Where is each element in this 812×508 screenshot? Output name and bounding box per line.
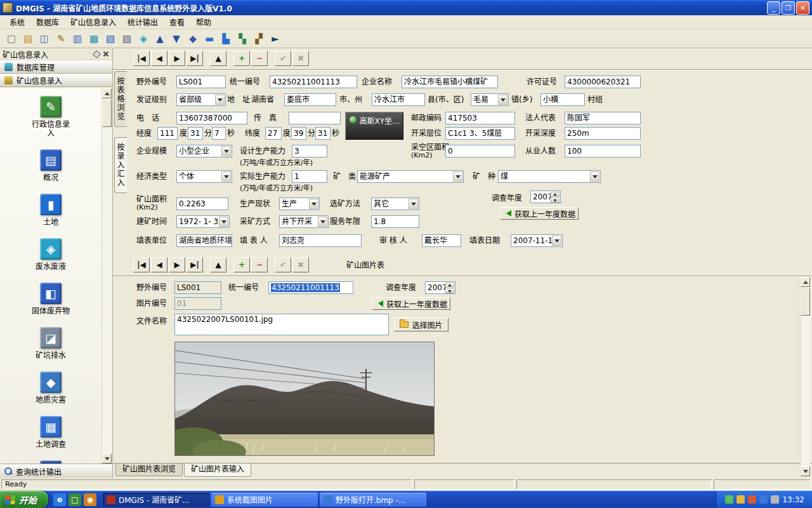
production-status-select[interactable]: 生产 bbox=[279, 197, 320, 210]
pick-image-button[interactable]: 选择图片 bbox=[394, 318, 449, 331]
cert-level-select[interactable]: 省部级 bbox=[176, 93, 226, 106]
post-edit-button[interactable]: ✔ bbox=[275, 257, 291, 272]
last-record-button[interactable]: ▶| bbox=[187, 257, 203, 272]
menu-item[interactable]: 统计输出 bbox=[122, 15, 164, 29]
unified-no-input[interactable]: 43250211001113 bbox=[270, 76, 357, 88]
beneficiation-select[interactable]: 其它 bbox=[371, 197, 419, 210]
town-select[interactable]: 毛易 bbox=[471, 93, 509, 106]
auditor-input[interactable]: 戴长华 bbox=[422, 234, 461, 247]
prior-record-button[interactable]: ◀ bbox=[151, 51, 167, 66]
field-no-input[interactable]: LS001 bbox=[176, 76, 226, 88]
dropdown-arrow-icon[interactable] bbox=[409, 199, 418, 209]
close-panel-icon[interactable] bbox=[102, 50, 110, 58]
tab-picture-entry[interactable]: 矿山图片表输入 bbox=[184, 464, 251, 477]
tray-network-icon[interactable] bbox=[725, 495, 733, 504]
picture-scrollbar[interactable] bbox=[800, 277, 811, 476]
menu-item[interactable]: 数据库 bbox=[30, 15, 65, 29]
get-previous-year-button[interactable]: 获取上一年度数据 bbox=[500, 207, 579, 220]
sidebar-group-mine-entry[interactable]: 矿山信息录入 bbox=[0, 74, 112, 87]
sidebar-item-overview[interactable]: ▤ 概况 bbox=[40, 149, 62, 182]
sidebar-item-wastewater[interactable]: ◈ 废水废液 bbox=[36, 238, 66, 271]
delete-record-button[interactable]: − bbox=[251, 51, 268, 66]
mine-class-select[interactable]: 能源矿产 bbox=[357, 170, 464, 183]
mining-depth-input[interactable]: 250m bbox=[565, 127, 641, 140]
last-record-button[interactable]: ▶| bbox=[187, 51, 203, 66]
legal-rep-input[interactable]: 陈国军 bbox=[565, 112, 641, 124]
build-time-select[interactable]: 1972- 1- 3 bbox=[176, 215, 230, 228]
spinner-up-icon[interactable] bbox=[445, 283, 454, 288]
scroll-down-icon[interactable] bbox=[801, 466, 810, 476]
quicklaunch-media-icon[interactable]: ◉ bbox=[84, 493, 96, 506]
sidebar-item-land-survey[interactable]: ▦ 土地调查 bbox=[36, 416, 66, 449]
dropdown-arrow-icon[interactable] bbox=[221, 146, 231, 156]
vertical-tab-table-browse[interactable]: 按表格浏览 bbox=[114, 71, 127, 127]
pic-get-previous-year-button[interactable]: 获取上一年度数据 bbox=[372, 297, 450, 310]
ruler-icon[interactable]: ▬ bbox=[202, 31, 217, 46]
scroll-up-icon[interactable] bbox=[801, 277, 810, 287]
spinner-down-icon[interactable] bbox=[445, 288, 454, 293]
phone-input[interactable]: 13607387000 bbox=[176, 112, 247, 124]
scroll-up-icon[interactable] bbox=[102, 88, 112, 98]
menu-item[interactable]: 查看 bbox=[164, 15, 190, 29]
edit-pencil-icon[interactable]: ✎ bbox=[53, 31, 69, 46]
pic-image-no-input[interactable]: 01 bbox=[174, 297, 221, 310]
maximize-button[interactable]: ❐ bbox=[782, 1, 795, 15]
lon-sec-input[interactable]: 7 bbox=[212, 127, 226, 140]
diamond-icon[interactable]: ◈ bbox=[136, 31, 151, 46]
lat-deg-input[interactable]: 27 bbox=[265, 127, 282, 140]
dropdown-arrow-icon[interactable] bbox=[552, 236, 561, 246]
edit-record-button[interactable]: ▲ bbox=[210, 51, 226, 66]
economic-type-select[interactable]: 个体 bbox=[176, 170, 232, 183]
map-icon[interactable]: ▞ bbox=[251, 31, 266, 46]
sidebar-item-geo-hazard[interactable]: ◆ 地质灾害 bbox=[36, 371, 66, 404]
cancel-edit-button[interactable]: ✖ bbox=[292, 257, 309, 272]
cancel-edit-button[interactable]: ✖ bbox=[292, 51, 309, 66]
license-input[interactable]: 4300000620321 bbox=[565, 76, 641, 88]
database-icon[interactable]: ▥ bbox=[70, 31, 85, 46]
lat-sec-input[interactable]: 31 bbox=[315, 127, 331, 140]
next-record-button[interactable]: ▶ bbox=[169, 257, 185, 272]
post-edit-button[interactable]: ✔ bbox=[275, 51, 291, 66]
close-button[interactable]: ✕ bbox=[796, 1, 809, 15]
mining-layer-input[interactable]: C1c1 3、5煤层 bbox=[445, 127, 515, 140]
spinner-up-icon[interactable] bbox=[551, 192, 560, 197]
sidebar-group-database[interactable]: 数据库管理 bbox=[0, 60, 112, 74]
tray-volume-icon[interactable] bbox=[759, 495, 768, 504]
mining-method-select[interactable]: 井下开采 bbox=[279, 215, 329, 228]
dropdown-arrow-icon[interactable] bbox=[590, 171, 599, 182]
goaf-area-input[interactable]: 0 bbox=[445, 145, 515, 157]
survey-year-spinner[interactable]: 2007 bbox=[530, 190, 561, 203]
actual-capacity-input[interactable]: 1 bbox=[292, 170, 327, 183]
taskbar-task-dmgis[interactable]: DMGIS - 湖南省矿... bbox=[103, 493, 209, 507]
enterprise-scale-select[interactable]: 小型企业 bbox=[176, 145, 232, 157]
fax-input[interactable] bbox=[289, 112, 341, 124]
sidebar-item-admin-info[interactable]: ✎ 行政信息录入 bbox=[30, 96, 71, 138]
edit-record-button[interactable]: ▲ bbox=[210, 257, 226, 272]
buildings-icon[interactable]: ▙ bbox=[218, 31, 233, 46]
sidebar-scrollbar[interactable] bbox=[102, 88, 112, 464]
pic-file-name-input[interactable]: 4325022007LS00101.jpg bbox=[174, 314, 389, 335]
sidebar-group-query-output[interactable]: 查询统计输出 bbox=[0, 464, 112, 478]
tray-antivirus-icon[interactable] bbox=[748, 495, 756, 504]
records-icon[interactable]: ▧ bbox=[103, 31, 118, 46]
open-folder-icon[interactable]: ▤ bbox=[20, 31, 36, 46]
gauss-xy-button[interactable]: 高斯XY坐... bbox=[345, 112, 403, 140]
down-arrow-icon[interactable]: ▼ bbox=[169, 31, 184, 46]
layers-icon[interactable]: ▚ bbox=[235, 31, 250, 46]
next-record-button[interactable]: ▶ bbox=[169, 51, 185, 66]
pin-icon[interactable]: ◆ bbox=[185, 31, 200, 46]
delete-record-button[interactable]: − bbox=[251, 257, 268, 272]
tab-picture-browse[interactable]: 矿山图片表浏览 bbox=[115, 464, 183, 476]
dropdown-arrow-icon[interactable] bbox=[221, 171, 231, 182]
new-file-icon[interactable]: ▢ bbox=[4, 31, 19, 46]
menu-item[interactable]: 矿山信息录入 bbox=[65, 15, 122, 29]
printer-icon[interactable]: ▨ bbox=[119, 31, 134, 46]
quicklaunch-desktop-icon[interactable]: □ bbox=[69, 493, 81, 506]
save-icon[interactable]: ◫ bbox=[37, 31, 52, 46]
pin-panel-icon[interactable] bbox=[93, 50, 101, 58]
postcode-input[interactable]: 417503 bbox=[445, 112, 515, 124]
table-icon[interactable]: ▦ bbox=[86, 31, 102, 46]
scroll-thumb[interactable] bbox=[801, 288, 810, 316]
company-input[interactable]: 冷水江市毛易镇小横煤矿 bbox=[402, 76, 498, 88]
employees-input[interactable]: 100 bbox=[565, 145, 641, 157]
